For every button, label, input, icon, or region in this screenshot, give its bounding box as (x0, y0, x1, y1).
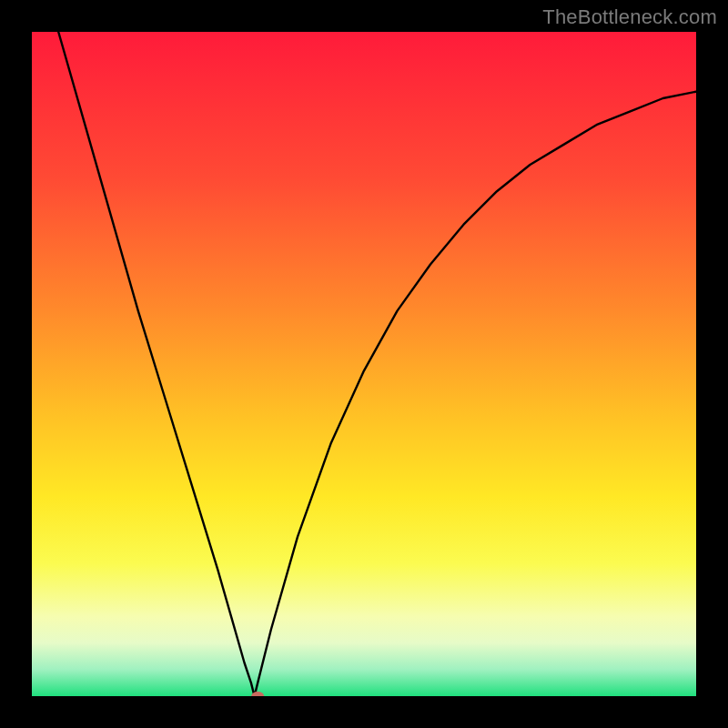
chart-frame: TheBottleneck.com (0, 0, 728, 728)
chart-svg (32, 32, 696, 696)
watermark-text: TheBottleneck.com (542, 5, 717, 29)
gradient-bg (32, 32, 696, 696)
plot-area (32, 32, 696, 696)
